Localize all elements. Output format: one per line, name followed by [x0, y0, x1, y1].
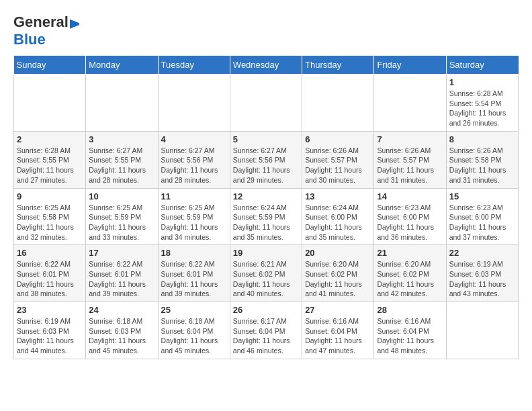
calendar-cell: 16Sunrise: 6:22 AMSunset: 6:01 PMDayligh…	[14, 245, 86, 302]
day-number: 27	[305, 305, 371, 315]
day-info: Sunrise: 6:24 AMSunset: 6:00 PMDaylight:…	[305, 203, 371, 242]
day-info: Sunrise: 6:22 AMSunset: 6:01 PMDaylight:…	[161, 259, 227, 299]
calendar-cell	[446, 302, 518, 359]
calendar-cell: 6Sunrise: 6:26 AMSunset: 5:57 PMDaylight…	[302, 131, 374, 188]
day-number: 25	[161, 305, 227, 315]
day-number: 8	[449, 134, 515, 144]
day-info: Sunrise: 6:24 AMSunset: 5:59 PMDaylight:…	[233, 203, 299, 242]
day-header-monday: Monday	[86, 56, 158, 75]
day-number: 28	[377, 305, 443, 315]
day-info: Sunrise: 6:18 AMSunset: 6:04 PMDaylight:…	[161, 316, 227, 356]
calendar-cell: 8Sunrise: 6:26 AMSunset: 5:58 PMDaylight…	[446, 131, 518, 188]
calendar-cell: 25Sunrise: 6:18 AMSunset: 6:04 PMDayligh…	[158, 302, 230, 359]
calendar-cell: 4Sunrise: 6:27 AMSunset: 5:56 PMDaylight…	[158, 131, 230, 188]
day-info: Sunrise: 6:23 AMSunset: 6:00 PMDaylight:…	[449, 203, 515, 242]
day-number: 18	[161, 248, 227, 258]
day-info: Sunrise: 6:27 AMSunset: 5:56 PMDaylight:…	[233, 146, 299, 185]
day-info: Sunrise: 6:26 AMSunset: 5:57 PMDaylight:…	[377, 146, 443, 185]
logo-blue-text: Blue	[13, 31, 46, 48]
logo: General Blue	[13, 13, 79, 48]
calendar-cell	[230, 75, 302, 132]
day-number: 26	[233, 305, 299, 315]
logo-icon	[70, 19, 79, 29]
calendar-cell: 19Sunrise: 6:21 AMSunset: 6:02 PMDayligh…	[230, 245, 302, 302]
calendar-cell: 12Sunrise: 6:24 AMSunset: 5:59 PMDayligh…	[230, 188, 302, 245]
calendar-cell	[374, 75, 446, 132]
calendar-week-5: 23Sunrise: 6:19 AMSunset: 6:03 PMDayligh…	[14, 302, 519, 359]
calendar-cell: 7Sunrise: 6:26 AMSunset: 5:57 PMDaylight…	[374, 131, 446, 188]
day-number: 12	[233, 191, 299, 201]
logo-general: General	[13, 13, 69, 30]
day-number: 3	[89, 134, 154, 144]
day-info: Sunrise: 6:26 AMSunset: 5:57 PMDaylight:…	[305, 146, 371, 185]
day-header-friday: Friday	[374, 56, 446, 75]
calendar-cell: 22Sunrise: 6:19 AMSunset: 6:03 PMDayligh…	[446, 245, 518, 302]
calendar-cell: 13Sunrise: 6:24 AMSunset: 6:00 PMDayligh…	[302, 188, 374, 245]
day-header-tuesday: Tuesday	[158, 56, 230, 75]
calendar-table: SundayMondayTuesdayWednesdayThursdayFrid…	[13, 55, 519, 359]
day-info: Sunrise: 6:16 AMSunset: 6:04 PMDaylight:…	[377, 316, 443, 356]
calendar-week-1: 1Sunrise: 6:28 AMSunset: 5:54 PMDaylight…	[14, 75, 519, 132]
logo-text: General	[13, 13, 79, 31]
day-info: Sunrise: 6:17 AMSunset: 6:04 PMDaylight:…	[233, 316, 299, 356]
day-header-thursday: Thursday	[302, 56, 374, 75]
day-info: Sunrise: 6:22 AMSunset: 6:01 PMDaylight:…	[17, 259, 83, 299]
day-info: Sunrise: 6:20 AMSunset: 6:02 PMDaylight:…	[377, 259, 443, 299]
day-header-sunday: Sunday	[14, 56, 86, 75]
calendar-header-row: SundayMondayTuesdayWednesdayThursdayFrid…	[14, 56, 519, 75]
calendar-cell: 5Sunrise: 6:27 AMSunset: 5:56 PMDaylight…	[230, 131, 302, 188]
day-info: Sunrise: 6:18 AMSunset: 6:03 PMDaylight:…	[89, 316, 154, 356]
calendar-cell	[302, 75, 374, 132]
day-info: Sunrise: 6:25 AMSunset: 5:58 PMDaylight:…	[17, 203, 83, 242]
day-number: 22	[449, 248, 515, 258]
calendar-cell: 17Sunrise: 6:22 AMSunset: 6:01 PMDayligh…	[86, 245, 158, 302]
day-number: 23	[17, 305, 83, 315]
day-info: Sunrise: 6:28 AMSunset: 5:54 PMDaylight:…	[449, 89, 515, 128]
calendar-week-2: 2Sunrise: 6:28 AMSunset: 5:55 PMDaylight…	[14, 131, 519, 188]
day-info: Sunrise: 6:20 AMSunset: 6:02 PMDaylight:…	[305, 259, 371, 299]
calendar-cell: 1Sunrise: 6:28 AMSunset: 5:54 PMDaylight…	[446, 75, 518, 132]
calendar-cell: 10Sunrise: 6:25 AMSunset: 5:59 PMDayligh…	[86, 188, 158, 245]
calendar-week-4: 16Sunrise: 6:22 AMSunset: 6:01 PMDayligh…	[14, 245, 519, 302]
day-info: Sunrise: 6:19 AMSunset: 6:03 PMDaylight:…	[17, 316, 83, 356]
day-number: 7	[377, 134, 443, 144]
day-info: Sunrise: 6:25 AMSunset: 5:59 PMDaylight:…	[161, 203, 227, 242]
day-info: Sunrise: 6:25 AMSunset: 5:59 PMDaylight:…	[89, 203, 154, 242]
day-info: Sunrise: 6:23 AMSunset: 6:00 PMDaylight:…	[377, 203, 443, 242]
calendar-cell: 24Sunrise: 6:18 AMSunset: 6:03 PMDayligh…	[86, 302, 158, 359]
calendar-cell: 28Sunrise: 6:16 AMSunset: 6:04 PMDayligh…	[374, 302, 446, 359]
calendar-cell: 11Sunrise: 6:25 AMSunset: 5:59 PMDayligh…	[158, 188, 230, 245]
calendar-week-3: 9Sunrise: 6:25 AMSunset: 5:58 PMDaylight…	[14, 188, 519, 245]
day-number: 2	[17, 134, 83, 144]
day-number: 16	[17, 248, 83, 258]
day-number: 21	[377, 248, 443, 258]
calendar-cell: 9Sunrise: 6:25 AMSunset: 5:58 PMDaylight…	[14, 188, 86, 245]
calendar-cell	[14, 75, 86, 132]
calendar-cell: 2Sunrise: 6:28 AMSunset: 5:55 PMDaylight…	[14, 131, 86, 188]
day-info: Sunrise: 6:28 AMSunset: 5:55 PMDaylight:…	[17, 146, 83, 185]
day-info: Sunrise: 6:22 AMSunset: 6:01 PMDaylight:…	[89, 259, 154, 299]
day-number: 11	[161, 191, 227, 201]
day-number: 5	[233, 134, 299, 144]
day-info: Sunrise: 6:16 AMSunset: 6:04 PMDaylight:…	[305, 316, 371, 356]
header: General Blue	[13, 13, 519, 48]
calendar-cell: 18Sunrise: 6:22 AMSunset: 6:01 PMDayligh…	[158, 245, 230, 302]
day-info: Sunrise: 6:27 AMSunset: 5:55 PMDaylight:…	[89, 146, 154, 185]
calendar-cell: 3Sunrise: 6:27 AMSunset: 5:55 PMDaylight…	[86, 131, 158, 188]
day-info: Sunrise: 6:19 AMSunset: 6:03 PMDaylight:…	[449, 259, 515, 299]
calendar-cell: 27Sunrise: 6:16 AMSunset: 6:04 PMDayligh…	[302, 302, 374, 359]
calendar-cell: 21Sunrise: 6:20 AMSunset: 6:02 PMDayligh…	[374, 245, 446, 302]
day-number: 13	[305, 191, 371, 201]
day-number: 4	[161, 134, 227, 144]
day-info: Sunrise: 6:21 AMSunset: 6:02 PMDaylight:…	[233, 259, 299, 299]
calendar-cell	[86, 75, 158, 132]
calendar-cell: 20Sunrise: 6:20 AMSunset: 6:02 PMDayligh…	[302, 245, 374, 302]
calendar-cell: 26Sunrise: 6:17 AMSunset: 6:04 PMDayligh…	[230, 302, 302, 359]
day-number: 20	[305, 248, 371, 258]
day-number: 24	[89, 305, 154, 315]
calendar-cell	[158, 75, 230, 132]
day-header-saturday: Saturday	[446, 56, 518, 75]
day-number: 17	[89, 248, 154, 258]
calendar-cell: 14Sunrise: 6:23 AMSunset: 6:00 PMDayligh…	[374, 188, 446, 245]
day-number: 1	[449, 77, 515, 87]
